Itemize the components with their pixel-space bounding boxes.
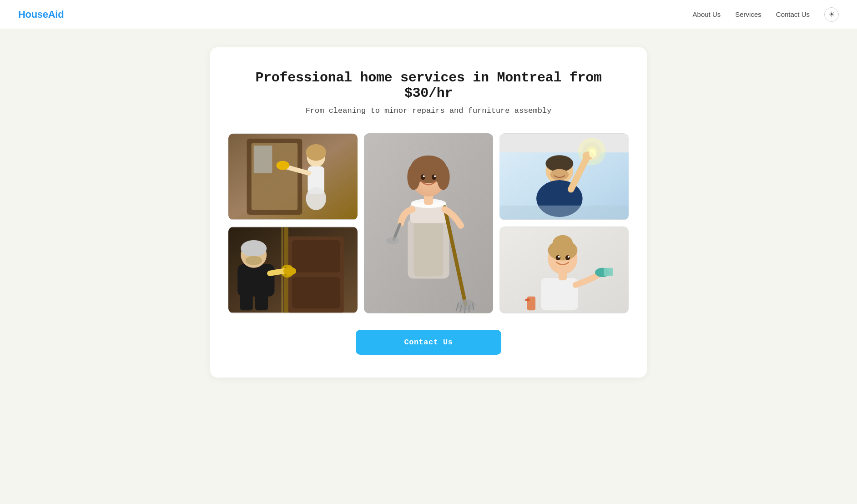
svg-point-33 bbox=[386, 237, 399, 244]
svg-point-69 bbox=[556, 255, 560, 260]
navbar: HouseAid About Us Services Contact Us ☀ bbox=[0, 0, 857, 29]
hero-text: Professional home services in Montreal f… bbox=[228, 70, 629, 115]
main-content: Professional home services in Montreal f… bbox=[0, 29, 857, 405]
svg-point-21 bbox=[421, 174, 425, 180]
svg-point-8 bbox=[276, 161, 289, 170]
svg-point-59 bbox=[283, 267, 296, 275]
nav-links: About Us Services Contact Us ☀ bbox=[693, 7, 839, 22]
nav-contact[interactable]: Contact Us bbox=[776, 10, 810, 18]
logo[interactable]: HouseAid bbox=[18, 9, 64, 20]
svg-rect-13 bbox=[414, 221, 444, 277]
hero-card: Professional home services in Montreal f… bbox=[210, 47, 647, 378]
image-door-handyman bbox=[228, 227, 358, 313]
svg-rect-60 bbox=[240, 294, 252, 310]
svg-point-57 bbox=[241, 240, 267, 257]
svg-rect-35 bbox=[499, 134, 629, 153]
contact-us-button[interactable]: Contact Us bbox=[356, 330, 501, 355]
svg-rect-50 bbox=[292, 240, 340, 272]
image-electrician bbox=[499, 133, 629, 220]
svg-rect-76 bbox=[525, 299, 529, 301]
nav-services[interactable]: Services bbox=[735, 10, 761, 18]
svg-rect-64 bbox=[541, 278, 578, 310]
svg-rect-61 bbox=[255, 294, 268, 310]
svg-point-9 bbox=[306, 187, 326, 210]
svg-point-72 bbox=[568, 256, 570, 257]
image-maid bbox=[364, 133, 493, 313]
image-window-cleaner bbox=[228, 133, 358, 220]
svg-rect-51 bbox=[292, 277, 340, 308]
svg-point-41 bbox=[550, 169, 569, 180]
image-wall-cleaner bbox=[499, 227, 629, 313]
svg-point-44 bbox=[589, 149, 596, 158]
svg-point-23 bbox=[423, 175, 425, 177]
nav-about[interactable]: About Us bbox=[693, 10, 721, 18]
svg-rect-74 bbox=[604, 268, 613, 276]
hero-title: Professional home services in Montreal f… bbox=[228, 70, 629, 101]
svg-point-24 bbox=[434, 175, 436, 177]
logo-part2: Aid bbox=[48, 9, 64, 20]
svg-point-70 bbox=[565, 255, 570, 260]
image-grid bbox=[228, 133, 629, 313]
svg-rect-75 bbox=[527, 296, 535, 310]
svg-point-20 bbox=[437, 164, 449, 190]
svg-point-58 bbox=[246, 256, 262, 265]
svg-point-22 bbox=[432, 174, 436, 180]
svg-point-68 bbox=[553, 235, 573, 252]
svg-point-19 bbox=[407, 164, 420, 190]
theme-toggle-button[interactable]: ☀ bbox=[824, 7, 839, 22]
svg-point-5 bbox=[306, 144, 326, 161]
svg-point-71 bbox=[558, 256, 560, 257]
logo-part1: House bbox=[18, 9, 48, 20]
svg-rect-3 bbox=[254, 146, 272, 173]
svg-rect-55 bbox=[237, 264, 274, 296]
svg-rect-45 bbox=[499, 206, 629, 219]
hero-subtitle: From cleaning to minor repairs and furni… bbox=[228, 106, 629, 115]
